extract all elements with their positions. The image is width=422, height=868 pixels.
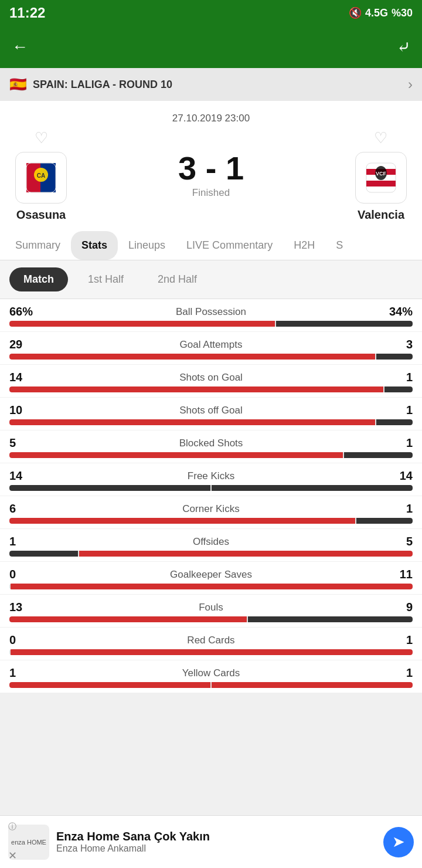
stat-label: Shots on Goal <box>33 372 389 384</box>
stat-row: 1 Yellow Cards 1 <box>0 660 422 693</box>
stat-right-value: 1 <box>389 666 413 680</box>
stat-row: 14 Free Kicks 14 <box>0 463 422 496</box>
country-flag: 🇪🇸 <box>9 76 27 93</box>
home-team-name: Osasuna <box>16 208 66 222</box>
stat-left-value: 6 <box>9 502 33 516</box>
stat-label: Corner Kicks <box>33 503 389 515</box>
stat-row: 1 Offsides 5 <box>0 529 422 562</box>
stat-right-value: 1 <box>389 502 413 516</box>
signal-icon: 4.5G <box>365 7 388 19</box>
svg-rect-10 <box>366 181 396 187</box>
home-team-logo: CA <box>15 152 67 204</box>
stat-right-value: 1 <box>389 633 413 647</box>
stat-right-bar <box>376 419 413 425</box>
stat-bars <box>9 616 413 622</box>
tab-h2h[interactable]: H2H <box>283 231 325 260</box>
period-tabs: Match 1st Half 2nd Half <box>0 260 422 299</box>
stat-left-value: 29 <box>9 338 33 351</box>
stat-row: 10 Shots off Goal 1 <box>0 398 422 430</box>
stat-right-bar <box>212 682 413 688</box>
stat-label: Goal Attempts <box>33 339 389 351</box>
stat-bars <box>9 419 413 425</box>
league-chevron-icon[interactable]: › <box>408 76 413 93</box>
stat-row: 0 Red Cards 1 <box>0 628 422 660</box>
share-button[interactable]: ⤶ <box>397 38 410 57</box>
stat-left-value: 0 <box>9 568 33 581</box>
tab-stats[interactable]: Stats <box>71 231 118 260</box>
league-bar: 🇪🇸 SPAIN: LALIGA - ROUND 10 › <box>0 68 422 101</box>
stat-bars <box>9 321 413 327</box>
stat-right-value: 9 <box>389 601 413 614</box>
stat-left-bar <box>9 682 210 688</box>
period-2nd-half[interactable]: 2nd Half <box>144 267 211 291</box>
stat-right-value: 5 <box>389 535 413 548</box>
stat-right-bar <box>79 551 413 557</box>
stat-left-bar <box>9 386 383 392</box>
tab-summary[interactable]: Summary <box>5 231 71 260</box>
stat-bars <box>9 518 413 524</box>
stat-bars <box>9 551 413 557</box>
back-button[interactable]: ← <box>12 38 28 56</box>
stat-bars <box>9 452 413 458</box>
stat-right-bar <box>276 321 413 327</box>
period-match[interactable]: Match <box>9 267 68 291</box>
stat-left-bar <box>9 616 247 622</box>
stat-right-bar <box>248 616 413 622</box>
stat-row: 29 Goal Attempts 3 <box>0 332 422 365</box>
stat-row: 14 Shots on Goal 1 <box>0 365 422 398</box>
stat-left-bar <box>9 551 78 557</box>
stat-right-bar <box>356 518 413 524</box>
stat-left-bar <box>9 452 343 458</box>
svg-text:VCF: VCF <box>376 171 387 177</box>
stat-left-bar <box>9 518 355 524</box>
stat-right-bar <box>11 649 413 655</box>
league-name: SPAIN: LALIGA - ROUND 10 <box>33 79 172 91</box>
stat-right-value: 1 <box>389 436 413 450</box>
stat-right-bar <box>384 386 413 392</box>
stat-right-bar <box>344 452 413 458</box>
stat-label: Shots off Goal <box>33 405 389 416</box>
match-score: 3 - 1 <box>178 152 244 185</box>
status-icons: 🔇 4.5G %30 <box>349 6 413 19</box>
stat-right-bar <box>212 485 413 491</box>
home-favorite-icon[interactable]: ♡ <box>35 129 48 147</box>
match-status: Finished <box>178 187 244 199</box>
stat-label: Free Kicks <box>33 470 389 482</box>
away-team-name: Valencia <box>358 208 404 222</box>
tab-live-commentary[interactable]: LIVE Commentary <box>176 231 283 260</box>
stat-row: 0 Goalkeeper Saves 11 <box>0 562 422 595</box>
stat-right-bar <box>376 354 413 360</box>
stat-label: Blocked Shots <box>33 438 389 449</box>
home-team-block: ♡ CA Osasuna <box>15 129 67 222</box>
stat-left-value: 10 <box>9 404 33 417</box>
stat-left-value: 13 <box>9 601 33 614</box>
stat-left-bar <box>9 354 375 360</box>
stat-label: Yellow Cards <box>33 667 389 679</box>
stat-left-value: 14 <box>9 371 33 384</box>
svg-text:CA: CA <box>37 172 45 179</box>
stat-bars <box>9 386 413 392</box>
away-team-block: ♡ VCF Valencia <box>355 129 407 222</box>
stat-left-value: 1 <box>9 666 33 680</box>
period-1st-half[interactable]: 1st Half <box>74 267 138 291</box>
stat-right-value: 14 <box>389 469 413 483</box>
away-team-logo: VCF <box>355 152 407 204</box>
battery-icon: %30 <box>392 7 413 19</box>
stat-right-value: 34% <box>389 305 413 318</box>
tab-s[interactable]: S <box>325 231 353 260</box>
stat-left-value: 1 <box>9 535 33 548</box>
stat-bars <box>9 354 413 360</box>
stat-left-value: 66% <box>9 305 33 318</box>
tab-lineups[interactable]: Lineups <box>118 231 176 260</box>
away-favorite-icon[interactable]: ♡ <box>374 129 387 147</box>
stat-bars <box>9 682 413 688</box>
stat-left-value: 14 <box>9 469 33 483</box>
status-time: 11:22 <box>9 5 45 21</box>
stat-bars <box>9 584 413 589</box>
stat-bars <box>9 485 413 491</box>
stat-right-bar <box>11 584 413 589</box>
top-nav: ← ⤶ <box>0 26 422 68</box>
league-info: 🇪🇸 SPAIN: LALIGA - ROUND 10 <box>9 76 172 93</box>
stat-row: 5 Blocked Shots 1 <box>0 430 422 463</box>
stat-label: Offsides <box>33 536 389 548</box>
